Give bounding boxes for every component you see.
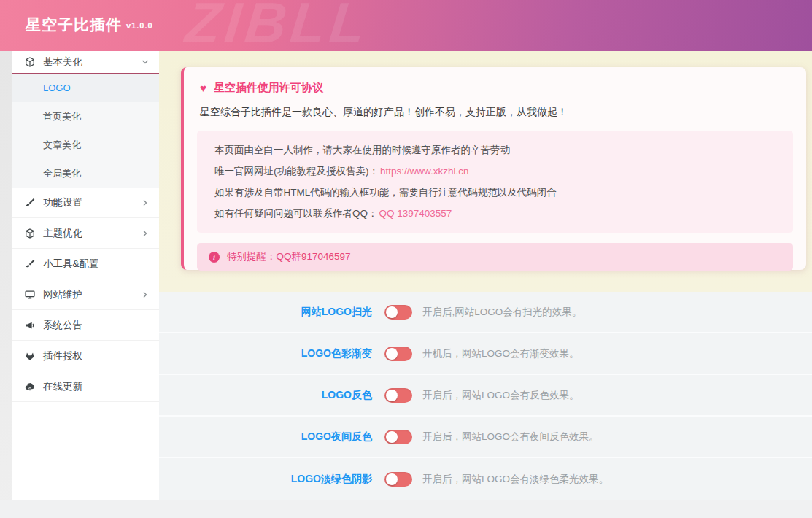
setting-desc: 开启后，网站LOGO会有反色效果。 bbox=[422, 389, 579, 402]
license-line-text: 唯一官网网址(功能教程及授权售卖)： bbox=[214, 166, 379, 177]
setting-label: LOGO淡绿色阴影 bbox=[159, 473, 372, 486]
setting-row-logo-gradient: LOGO色彩渐变 开机后，网站LOGO会有渐变效果。 bbox=[159, 333, 812, 375]
sidebar-item-online-update[interactable]: 在线更新 bbox=[12, 371, 159, 402]
cube-icon bbox=[24, 228, 36, 239]
sidebar-item-function-settings[interactable]: 功能设置 bbox=[12, 188, 159, 218]
setting-row-logo-green-shadow: LOGO淡绿色阴影 开启后，网站LOGO会有淡绿色柔光效果。 bbox=[159, 458, 812, 500]
sidebar-item-system-announcement[interactable]: 系统公告 bbox=[12, 310, 159, 341]
author-qq-link[interactable]: QQ 1397403557 bbox=[379, 208, 452, 219]
license-line: 唯一官网网址(功能教程及授权售卖)：https://www.xkzhi.cn bbox=[214, 161, 776, 182]
sidebar-subitem-home-beautify[interactable]: 首页美化 bbox=[12, 102, 159, 131]
toggle-logo-scan[interactable] bbox=[384, 305, 412, 320]
license-details: 本页面由空白一人制作，请大家在使用的时候遵守原作者的辛苦劳动 唯一官网网址(功能… bbox=[197, 131, 793, 233]
desktop-icon bbox=[24, 289, 36, 301]
setting-row-logo-scan: 网站LOGO扫光 开启后,网站LOGO会有扫光的效果。 bbox=[159, 292, 812, 333]
sidebar-item-label: 小工具&配置 bbox=[43, 258, 149, 271]
sidebar-subitem-article-beautify[interactable]: 文章美化 bbox=[12, 131, 159, 159]
sidebar-item-plugin-license[interactable]: 插件授权 bbox=[12, 341, 159, 371]
app-version: v1.0.0 bbox=[126, 21, 153, 30]
sidebar-subitem-logo[interactable]: LOGO bbox=[12, 74, 159, 102]
license-intro: 星空综合子比插件是一款良心、厚道的好产品！创作不易，支持正版，从我做起！ bbox=[200, 106, 793, 119]
chevron-right-icon bbox=[142, 199, 149, 206]
sidebar-submenu-basic-beautify: LOGO 首页美化 文章美化 全局美化 bbox=[12, 74, 159, 188]
app-header: ZIBLL 星空子比插件v1.0.0 bbox=[0, 0, 812, 51]
setting-label: LOGO夜间反色 bbox=[159, 430, 372, 444]
toggle-knob bbox=[386, 473, 398, 485]
info-icon: i bbox=[209, 252, 220, 263]
sidebar: 基本美化 LOGO 首页美化 文章美化 全局美化 功能设置 主题优化 小工具&配… bbox=[12, 51, 159, 500]
toggle-knob bbox=[386, 390, 398, 401]
megaphone-icon bbox=[24, 320, 36, 331]
page-footer-area bbox=[0, 500, 812, 518]
sidebar-item-widgets-config[interactable]: 小工具&配置 bbox=[12, 249, 159, 279]
cube-icon bbox=[24, 56, 36, 68]
toggle-logo-invert[interactable] bbox=[384, 388, 412, 403]
sidebar-item-theme-optimize[interactable]: 主题优化 bbox=[12, 218, 159, 249]
page-left-gutter bbox=[0, 51, 12, 518]
setting-desc: 开机后，网站LOGO会有渐变效果。 bbox=[422, 347, 579, 360]
sidebar-subitem-global-beautify[interactable]: 全局美化 bbox=[12, 159, 159, 188]
heart-icon: ♥ bbox=[200, 82, 206, 94]
cloud-upload-icon bbox=[24, 381, 36, 393]
sidebar-item-label: 插件授权 bbox=[43, 349, 149, 363]
sidebar-item-label: 网站维护 bbox=[43, 288, 142, 301]
setting-row-logo-invert: LOGO反色 开启后，网站LOGO会有反色效果。 bbox=[159, 375, 812, 417]
app-title-text: 星空子比插件 bbox=[26, 16, 122, 33]
setting-label: LOGO反色 bbox=[159, 389, 372, 402]
license-line-text: 如有任何疑问问题可以联系作者QQ： bbox=[214, 208, 378, 219]
sidebar-item-label: 系统公告 bbox=[43, 319, 149, 332]
sidebar-item-label: 主题优化 bbox=[43, 227, 142, 240]
license-card: ♥ 星空插件使用许可协议 星空综合子比插件是一款良心、厚道的好产品！创作不易，支… bbox=[181, 67, 806, 270]
setting-label: 网站LOGO扫光 bbox=[159, 306, 372, 319]
chevron-down-icon bbox=[142, 58, 149, 66]
license-line: 本页面由空白一人制作，请大家在使用的时候遵守原作者的辛苦劳动 bbox=[214, 139, 776, 161]
brush-icon bbox=[24, 258, 36, 270]
toggle-knob bbox=[386, 306, 398, 318]
sidebar-item-label: 在线更新 bbox=[43, 380, 149, 393]
sidebar-item-basic-beautify[interactable]: 基本美化 bbox=[12, 51, 159, 74]
setting-desc: 开启后，网站LOGO会有淡绿色柔光效果。 bbox=[422, 473, 608, 486]
toggle-logo-green-shadow[interactable] bbox=[384, 472, 412, 487]
sidebar-item-label: 功能设置 bbox=[43, 196, 142, 209]
chevron-right-icon bbox=[142, 230, 149, 237]
logo-settings-list: 网站LOGO扫光 开启后,网站LOGO会有扫光的效果。 LOGO色彩渐变 开机后… bbox=[159, 292, 812, 500]
license-line: 如果有涉及自带HTML代码的输入框功能，需要自行注意代码规范以及代码闭合 bbox=[214, 182, 776, 203]
sidebar-item-label: 基本美化 bbox=[43, 55, 142, 69]
toggle-knob bbox=[386, 431, 398, 443]
setting-row-logo-night-invert: LOGO夜间反色 开启后，网站LOGO会有夜间反色效果。 bbox=[159, 417, 812, 458]
toggle-logo-gradient[interactable] bbox=[384, 347, 412, 361]
alert-value: QQ群917046597 bbox=[277, 250, 351, 263]
license-card-title: ♥ 星空插件使用许可协议 bbox=[200, 81, 793, 95]
license-title-text: 星空插件使用许可协议 bbox=[214, 81, 323, 95]
official-site-link[interactable]: https://www.xkzhi.cn bbox=[380, 166, 469, 177]
setting-desc: 开启后,网站LOGO会有扫光的效果。 bbox=[422, 306, 581, 319]
fox-icon bbox=[24, 350, 36, 362]
setting-label: LOGO色彩渐变 bbox=[159, 347, 372, 360]
chevron-right-icon bbox=[142, 291, 149, 298]
app-title: 星空子比插件v1.0.0 bbox=[26, 15, 153, 35]
special-reminder-alert: i 特别提醒： QQ群917046597 bbox=[197, 243, 793, 271]
license-line: 如有任何疑问问题可以联系作者QQ：QQ 1397403557 bbox=[214, 203, 776, 224]
notice-section: ♥ 星空插件使用许可协议 星空综合子比插件是一款良心、厚道的好产品！创作不易，支… bbox=[159, 51, 812, 292]
license-line-text: 如果有涉及自带HTML代码的输入框功能，需要自行注意代码规范以及代码闭合 bbox=[214, 187, 557, 198]
toggle-knob bbox=[386, 348, 398, 360]
sidebar-item-site-maintenance[interactable]: 网站维护 bbox=[12, 279, 159, 310]
setting-desc: 开启后，网站LOGO会有夜间反色效果。 bbox=[422, 430, 599, 444]
alert-label: 特别提醒： bbox=[227, 250, 277, 263]
brush-icon bbox=[24, 197, 36, 209]
watermark-text: ZIBLL bbox=[182, 0, 373, 51]
toggle-logo-night-invert[interactable] bbox=[384, 430, 412, 444]
license-line-text: 本页面由空白一人制作，请大家在使用的时候遵守原作者的辛苦劳动 bbox=[214, 144, 510, 155]
